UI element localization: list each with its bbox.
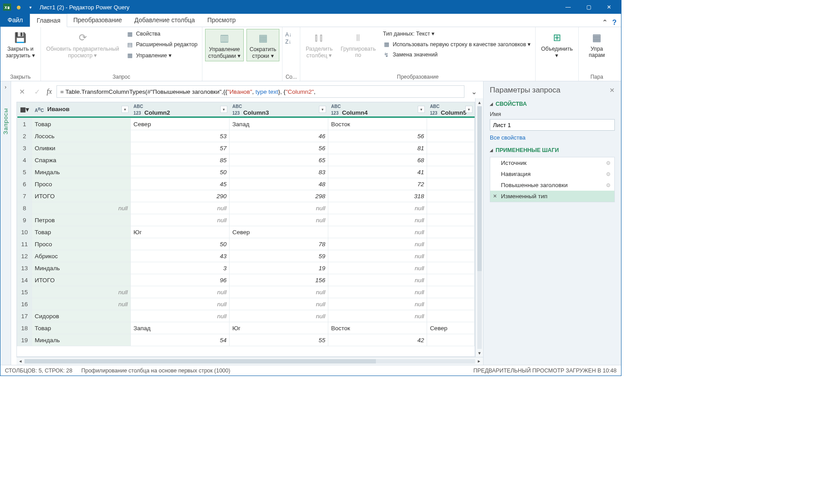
advanced-editor-button[interactable]: ▤Расширенный редактор xyxy=(125,40,199,49)
table-cell[interactable]: Спаржа xyxy=(32,154,131,166)
steps-section-header[interactable]: ПРИМЕНЕННЫЕ ШАГИ xyxy=(490,147,615,153)
table-cell[interactable]: 45 xyxy=(131,178,230,190)
table-cell[interactable]: 298 xyxy=(230,190,328,202)
table-cell[interactable]: null xyxy=(328,202,427,214)
expand-queries-icon[interactable]: › xyxy=(5,84,7,90)
table-row[interactable]: 14ИТОГО96156null xyxy=(17,274,475,286)
table-cell[interactable]: Запад xyxy=(131,322,230,334)
group-by-button[interactable]: ⫴ Группировать по xyxy=(338,29,379,60)
table-row[interactable]: 3Оливки575681 xyxy=(17,142,475,154)
table-row[interactable]: 16nullnullnullnull xyxy=(17,298,475,310)
table-cell[interactable]: null xyxy=(230,214,328,226)
close-settings-icon[interactable]: ✕ xyxy=(609,87,615,94)
table-row[interactable]: 13Миндаль319null xyxy=(17,262,475,274)
table-cell[interactable]: null xyxy=(32,298,131,310)
table-row[interactable]: 7ИТОГО290298318 xyxy=(17,190,475,202)
horizontal-scrollbar[interactable]: ◂ ▸ xyxy=(16,357,483,365)
table-cell[interactable]: 290 xyxy=(131,190,230,202)
table-cell[interactable]: null xyxy=(328,262,427,274)
fx-icon[interactable]: fx xyxy=(47,88,52,96)
table-cell[interactable]: null xyxy=(131,310,230,322)
table-cell[interactable] xyxy=(427,286,475,298)
table-cell[interactable]: 72 xyxy=(328,178,427,190)
sort-desc-icon[interactable]: Z↓ xyxy=(285,39,291,45)
tab-file[interactable]: Файл xyxy=(0,13,30,27)
table-cell[interactable]: null xyxy=(32,202,131,214)
table-cell[interactable]: 48 xyxy=(230,178,328,190)
table-row[interactable]: 15nullnullnullnull xyxy=(17,286,475,298)
table-cell[interactable]: 68 xyxy=(328,154,427,166)
table-cell[interactable] xyxy=(427,334,475,346)
table-row[interactable]: 19Миндаль545542 xyxy=(17,334,475,346)
merge-button[interactable]: ⊞ Объединить ▾ xyxy=(538,29,575,60)
table-cell[interactable]: 55 xyxy=(230,334,328,346)
data-grid[interactable]: ▦▾ABC Иванов▾ABC123 Column2▾ABC123 Colum… xyxy=(16,102,475,357)
table-cell[interactable]: 42 xyxy=(328,334,427,346)
close-button[interactable]: ✕ xyxy=(599,0,619,14)
filter-icon[interactable]: ▾ xyxy=(418,106,425,113)
table-cell[interactable]: null xyxy=(230,310,328,322)
manage-button[interactable]: ▦Управление ▾ xyxy=(125,50,199,60)
table-cell[interactable]: Миндаль xyxy=(32,166,131,178)
table-row[interactable]: 1ТоварСеверЗападВосток xyxy=(17,118,475,130)
table-cell[interactable]: 57 xyxy=(131,142,230,154)
table-corner[interactable]: ▦▾ xyxy=(17,103,32,116)
table-cell[interactable]: 43 xyxy=(131,250,230,262)
gear-icon[interactable]: ⚙ xyxy=(606,182,611,188)
table-cell[interactable]: 50 xyxy=(131,166,230,178)
table-cell[interactable]: null xyxy=(328,274,427,286)
query-name-input[interactable] xyxy=(490,119,615,131)
table-cell[interactable] xyxy=(427,130,475,142)
table-cell[interactable]: 50 xyxy=(131,238,230,250)
manage-columns-button[interactable]: ▥ Управление столбцами ▾ xyxy=(205,29,244,61)
filter-icon[interactable]: ▾ xyxy=(220,106,227,113)
table-cell[interactable]: 3 xyxy=(131,262,230,274)
table-cell[interactable]: null xyxy=(328,250,427,262)
table-cell[interactable] xyxy=(427,262,475,274)
table-row[interactable]: 2Лосось534656 xyxy=(17,130,475,142)
table-cell[interactable]: 83 xyxy=(230,166,328,178)
table-cell[interactable]: Север xyxy=(427,322,475,334)
table-cell[interactable] xyxy=(427,274,475,286)
table-cell[interactable]: 85 xyxy=(131,154,230,166)
table-cell[interactable]: null xyxy=(32,286,131,298)
column-header[interactable]: ABC123 Column3▾ xyxy=(230,103,328,116)
scroll-left-icon[interactable]: ◂ xyxy=(16,358,24,364)
collapse-ribbon-icon[interactable]: ⌃ xyxy=(602,18,608,27)
qat-dropdown-icon[interactable]: ▾ xyxy=(25,2,35,12)
table-cell[interactable]: null xyxy=(230,202,328,214)
table-cell[interactable]: Сидоров xyxy=(32,310,131,322)
table-row[interactable]: 6Просо454872 xyxy=(17,178,475,190)
minimize-button[interactable]: — xyxy=(558,0,578,14)
scroll-up-icon[interactable]: ▴ xyxy=(476,98,483,106)
table-cell[interactable]: null xyxy=(328,298,427,310)
first-row-headers-button[interactable]: ▦Использовать первую строку в качестве з… xyxy=(381,39,533,49)
applied-step[interactable]: Навигация⚙ xyxy=(490,168,614,180)
table-cell[interactable]: Петров xyxy=(32,214,131,226)
applied-step[interactable]: Повышенные заголовки⚙ xyxy=(490,180,614,191)
table-cell[interactable]: Оливки xyxy=(32,142,131,154)
gear-icon[interactable]: ⚙ xyxy=(606,160,611,166)
scroll-down-icon[interactable]: ▾ xyxy=(476,349,483,357)
table-row[interactable]: 8nullnullnullnull xyxy=(17,202,475,214)
cancel-formula-icon[interactable]: ✕ xyxy=(16,88,27,96)
tab-transform[interactable]: Преобразование xyxy=(67,13,128,27)
table-cell[interactable] xyxy=(427,154,475,166)
table-cell[interactable]: 65 xyxy=(230,154,328,166)
tab-add-column[interactable]: Добавление столбца xyxy=(128,13,201,27)
table-cell[interactable]: null xyxy=(230,286,328,298)
table-cell[interactable] xyxy=(427,250,475,262)
properties-button[interactable]: ▦Свойства xyxy=(125,29,199,39)
column-header[interactable]: ABC123 Column5▾ xyxy=(427,103,475,116)
table-cell[interactable]: 53 xyxy=(131,130,230,142)
formula-dropdown-icon[interactable]: ⌄ xyxy=(469,88,479,96)
help-icon[interactable]: ? xyxy=(612,19,617,27)
split-column-button[interactable]: ⫿⫿ Разделить столбец ▾ xyxy=(303,29,335,60)
table-row[interactable]: 17Сидоровnullnullnull xyxy=(17,310,475,322)
table-cell[interactable]: null xyxy=(131,214,230,226)
queries-sidebar[interactable]: › Запросы xyxy=(0,81,11,365)
table-cell[interactable]: 59 xyxy=(230,250,328,262)
table-cell[interactable]: Лосось xyxy=(32,130,131,142)
table-cell[interactable] xyxy=(427,214,475,226)
table-cell[interactable] xyxy=(427,190,475,202)
